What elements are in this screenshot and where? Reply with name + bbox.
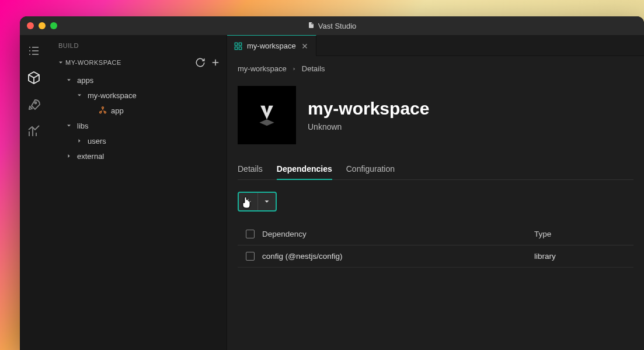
window-minimize-button[interactable] <box>39 22 46 29</box>
dependencies-table: Dependency Type config (@nestjs/config) … <box>238 223 633 268</box>
editor-tabbar: my-workspace <box>227 35 644 56</box>
module-icon <box>98 106 107 115</box>
activity-tasks-icon[interactable] <box>26 43 41 58</box>
activity-analytics-icon[interactable] <box>26 124 41 139</box>
header-info: my-workspace Unknown <box>308 99 429 131</box>
tree-folder-my-workspace[interactable]: my-workspace <box>48 88 227 103</box>
plus-icon[interactable] <box>239 193 258 210</box>
tree-folder-external[interactable]: external <box>48 148 227 164</box>
chevron-down-icon <box>76 91 84 99</box>
file-icon <box>308 21 315 31</box>
tree: apps my-workspace app libs <box>48 70 227 164</box>
page-subtitle: Unknown <box>308 122 429 131</box>
chevron-down-icon <box>57 58 65 67</box>
editor-tab-my-workspace[interactable]: my-workspace <box>227 35 316 56</box>
window-title-text: Vast Studio <box>318 22 357 30</box>
window-close-button[interactable] <box>27 22 34 29</box>
svg-rect-7 <box>239 47 241 49</box>
main-area: my-workspace my-workspace Details <box>227 35 644 350</box>
subtabs: Details Dependencies Configuration <box>238 158 633 180</box>
header-block: my-workspace Unknown <box>238 86 633 144</box>
activity-rocket-icon[interactable] <box>26 97 41 112</box>
chevron-down-icon <box>65 76 74 84</box>
chevron-right-icon <box>65 152 74 160</box>
workspace-label: MY-WORKSPACE <box>65 59 121 66</box>
tab-details[interactable]: Details <box>238 158 263 179</box>
tab-configuration[interactable]: Configuration <box>346 158 395 179</box>
cell-dependency: config (@nestjs/config) <box>262 252 534 261</box>
tree-folder-users[interactable]: users <box>48 133 227 148</box>
tree-item-app[interactable]: app <box>48 103 227 118</box>
tree-folder-libs[interactable]: libs <box>48 118 227 133</box>
project-thumbnail <box>238 86 296 144</box>
breadcrumb-item[interactable]: Details <box>302 64 325 73</box>
column-header-dependency[interactable]: Dependency <box>262 230 534 238</box>
page-title: my-workspace <box>308 99 429 119</box>
sidebar-section-label: BUILD <box>48 35 227 55</box>
chevron-right-icon <box>291 66 297 72</box>
tree-label: my-workspace <box>88 91 137 100</box>
tree-folder-apps[interactable]: apps <box>48 72 227 88</box>
window-zoom-button[interactable] <box>50 22 57 29</box>
breadcrumb-item[interactable]: my-workspace <box>238 64 287 73</box>
grid-icon <box>234 42 242 50</box>
content-area: my-workspace Details my-workspace <box>227 56 644 350</box>
chevron-down-icon <box>65 122 74 130</box>
tree-label: external <box>77 152 104 161</box>
toolbar <box>238 192 633 212</box>
tab-label: my-workspace <box>247 41 296 50</box>
title-bar: Vast Studio <box>20 16 644 35</box>
table-row[interactable]: config (@nestjs/config) library <box>238 245 633 268</box>
add-icon[interactable] <box>210 57 221 68</box>
svg-point-1 <box>102 107 104 109</box>
svg-point-0 <box>35 102 37 104</box>
sidebar: BUILD MY-WORKSPACE apps <box>48 35 227 350</box>
app-window: Vast Studio BUILD MY-WORKSPACE <box>20 16 644 350</box>
tab-dependencies[interactable]: Dependencies <box>277 158 332 179</box>
svg-rect-5 <box>239 43 241 45</box>
cell-type: library <box>534 252 633 261</box>
column-header-type[interactable]: Type <box>534 230 633 238</box>
table-header-row: Dependency Type <box>238 223 633 245</box>
svg-rect-6 <box>235 47 237 49</box>
activity-bar <box>20 35 48 350</box>
tree-label: libs <box>77 122 89 130</box>
chevron-down-icon[interactable] <box>258 193 276 210</box>
svg-rect-4 <box>235 43 237 45</box>
refresh-icon[interactable] <box>195 57 206 68</box>
tree-label: app <box>111 106 124 115</box>
tree-label: users <box>88 137 106 145</box>
close-icon[interactable] <box>301 42 309 50</box>
breadcrumb: my-workspace Details <box>238 64 633 73</box>
add-dependency-button[interactable] <box>238 192 277 212</box>
activity-package-icon[interactable] <box>26 70 41 85</box>
chevron-right-icon <box>76 137 84 145</box>
tree-header[interactable]: MY-WORKSPACE <box>48 55 227 70</box>
window-title: Vast Studio <box>20 21 644 31</box>
tree-label: apps <box>77 76 93 85</box>
traffic-lights <box>27 22 57 29</box>
row-checkbox[interactable] <box>246 252 255 261</box>
select-all-checkbox[interactable] <box>246 230 255 238</box>
